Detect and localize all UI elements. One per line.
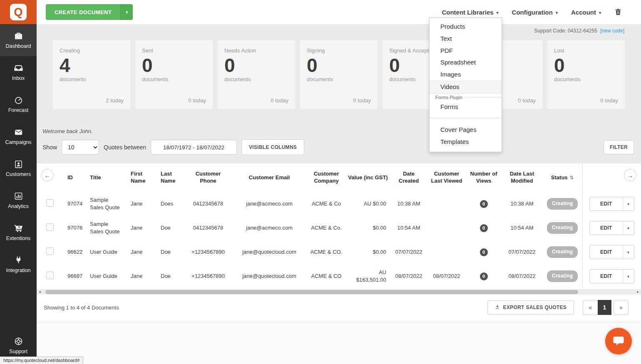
sort-icon[interactable]: ⇅ [570,175,574,181]
chevron-down-icon[interactable]: ▾ [623,245,634,259]
menu-item-images[interactable]: Images [430,69,502,81]
views-badge: 0 [480,200,488,208]
stat-card[interactable]: Sent 0 documents 0 today [135,40,213,109]
edit-button[interactable]: EDIT ▾ [589,245,634,259]
export-button-label: EXPORT SALES QUOTES [503,305,566,310]
cell-value: $0.00 [345,240,390,264]
scrollbar-track[interactable] [43,289,635,295]
menu-item-text[interactable]: Text [430,33,502,45]
edit-button-label[interactable]: EDIT [590,197,623,210]
sidebar-item-customers[interactable]: Customers [0,152,37,184]
column-header-first-name[interactable]: First Name [123,163,153,192]
create-document-button[interactable]: CREATE DOCUMENT ▾ [46,4,133,20]
edit-button-label[interactable]: EDIT [590,221,623,235]
visible-columns-button[interactable]: VISIBLE COLUMNS [241,139,304,155]
stat-card-today: 0 today [600,97,618,104]
sidebar-item-campaigns[interactable]: Campaigns [0,120,37,152]
menu-item-products[interactable]: Products [430,21,502,33]
nav-configuration[interactable]: Configuration ▾ [512,9,558,16]
table-scroll-right-button[interactable]: → [624,169,636,181]
chevron-down-icon[interactable]: ▾ [623,270,634,283]
cell-id: 96697 [58,264,82,288]
sidebar-item-integration[interactable]: Integration [0,248,37,280]
status-header-label: Status [551,174,568,181]
edit-button[interactable]: EDIT ▾ [589,269,634,283]
filter-button[interactable]: FILTER [604,140,634,154]
nav-label: Content Libraries [442,9,493,16]
column-header-company[interactable]: Customer Company [307,163,345,192]
row-checkbox[interactable] [46,223,54,231]
column-header-value[interactable]: Value (inc GST) [345,163,390,192]
pagination-last-button[interactable]: » [614,300,629,315]
nav-content-libraries[interactable]: Content Libraries ▾ [442,9,498,16]
sidebar-item-dashboard[interactable]: Dashboard [0,24,37,56]
menu-item-pdf[interactable]: PDF [430,45,502,57]
column-header-id[interactable]: ID [58,163,82,192]
column-header-last-viewed[interactable]: Customer Last Viewed [427,163,466,192]
column-header-views[interactable]: Number of Views [466,163,501,192]
stat-card[interactable]: Signing 0 documents 0 today [300,40,378,109]
show-count-select[interactable]: 10 [62,140,99,155]
column-header-title[interactable]: Title [82,163,123,192]
export-sales-quotes-button[interactable]: EXPORT SALES QUOTES [487,300,574,314]
app-logo[interactable]: Q [0,0,37,24]
pagination-page-1[interactable]: 1 [598,300,611,315]
cell-last-viewed [427,192,466,216]
column-header-date-created[interactable]: Date Created [390,163,427,192]
sidebar-item-label: Forecast [8,107,29,113]
trash-button[interactable] [614,7,622,17]
scrollbar-thumb[interactable] [45,290,578,294]
column-header-last-name[interactable]: Last Name [153,163,185,192]
column-header-status[interactable]: Status⇅ [543,163,582,192]
support-code: Support Code: 04312-64255 [new code] [37,24,641,34]
sidebar-item-inbox[interactable]: Inbox [0,56,37,88]
chevron-down-icon[interactable]: ▾ [623,221,634,235]
stat-card-value: 0 [554,55,618,76]
edit-button-label[interactable]: EDIT [590,270,623,283]
table-row: 96622 User Guide Jane Doe +1234567890 ja… [42,240,641,264]
scrollbar-left-arrow[interactable]: ◂ [37,289,43,295]
edit-button[interactable]: EDIT ▾ [589,197,634,211]
sidebar-spacer [0,280,37,329]
sidebar-item-forecast[interactable]: Forecast [0,88,37,120]
welcome-message: Welcome back John. [42,128,641,134]
row-checkbox[interactable] [46,248,54,255]
pagination-first-button[interactable]: « [583,300,598,315]
main-area: CREATE DOCUMENT ▾ Content Libraries ▾ Co… [37,0,641,364]
table-scroll-left-button[interactable]: ← [41,169,54,181]
stat-card[interactable]: Needs Action 0 documents 0 today [218,40,295,109]
chat-widget-button[interactable] [605,328,632,354]
cell-id: 96622 [58,240,82,264]
edit-button-label[interactable]: EDIT [590,245,623,259]
edit-button[interactable]: EDIT ▾ [589,221,634,235]
menu-item-cover-pages[interactable]: Cover Pages [430,124,502,136]
stat-card[interactable]: Lost 0 documents 0 today [547,40,625,109]
stat-card[interactable]: Creating 4 documents 2 today [53,40,130,109]
chevron-down-icon[interactable]: ▾ [623,197,634,210]
scrollbar-right-arrow[interactable]: ▸ [635,289,641,295]
date-range-input[interactable] [151,140,237,155]
sidebar-item-extentions[interactable]: Extentions [0,216,37,248]
row-checkbox[interactable] [46,199,54,207]
chevron-down-icon[interactable]: ▾ [120,4,133,20]
nav-account[interactable]: Account ▾ [571,9,601,16]
table-row: 97076 Sample Sales Quote Jane Doe 041234… [42,216,641,240]
row-checkbox[interactable] [46,272,54,279]
sidebar-item-analytics[interactable]: Analytics [0,184,37,216]
sidebar-item-label: Campaigns [5,139,31,145]
column-header-phone[interactable]: Customer Phone [185,163,231,192]
person-card-icon [14,159,23,169]
views-badge: 0 [480,248,488,256]
menu-item-videos[interactable]: Videos [430,81,502,94]
menu-item-forms[interactable]: Forms [430,101,502,113]
menu-item-templates[interactable]: Templates [430,136,502,148]
horizontal-scrollbar[interactable]: ◂ ▸ [37,289,641,295]
column-header-email[interactable]: Customer Email [231,163,307,192]
menu-item-spreadsheet[interactable]: Spreadsheet [430,57,502,69]
new-code-link[interactable]: [new code] [600,28,624,34]
cell-last-name: Doe [153,240,185,264]
cell-status: Creating [543,240,582,264]
column-header-date-modified[interactable]: Date Last Modified [501,163,543,192]
status-badge: Creating [547,246,578,258]
sidebar-item-label: Inbox [12,75,25,81]
